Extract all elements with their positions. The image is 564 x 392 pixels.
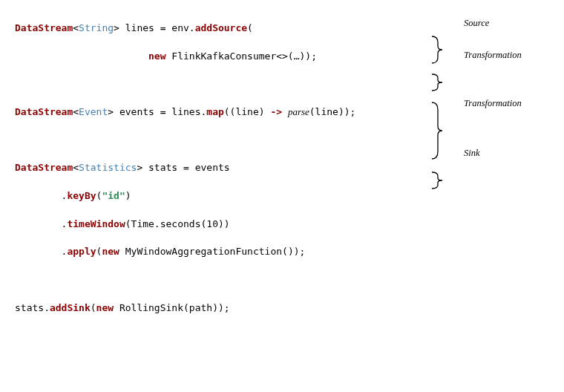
blank-3 — [15, 273, 549, 287]
brace-label-source: Source — [464, 16, 489, 30]
blank-1 — [15, 77, 549, 91]
code-line-8: stats.addSink(new RollingSink(path)); — [15, 301, 549, 316]
code-line-4: DataStream<Statistics> stats = events — [15, 161, 549, 175]
brace-label-transform2: Transformation — [464, 97, 522, 110]
code-block: DataStream<String> lines = env.addSource… — [15, 7, 549, 392]
code-line-7: .apply(new MyWindowAggregationFunction()… — [15, 245, 549, 259]
brace-label-transform1: Transformation — [464, 48, 522, 62]
code-line-5: .keyBy("id") — [15, 189, 549, 203]
blank-2 — [15, 134, 549, 148]
brace-sink — [430, 143, 444, 218]
code-line-6: .timeWindow(Time.seconds(10)) — [15, 218, 549, 232]
brace-label-sink: Sink — [464, 146, 480, 160]
